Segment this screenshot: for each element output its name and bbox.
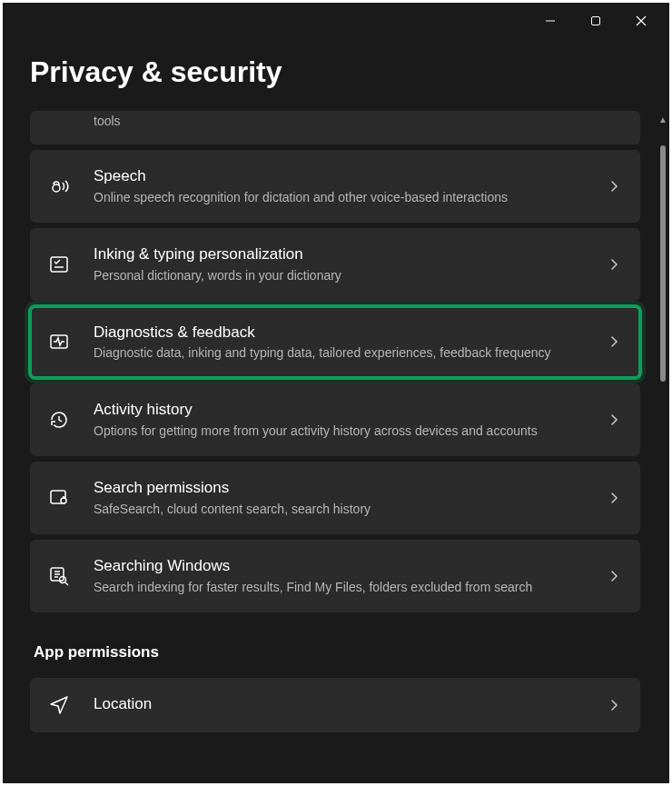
content-wrapper: tools Speech Online speech <box>3 111 669 783</box>
scroll-thumb[interactable] <box>660 145 666 382</box>
settings-item-inking[interactable]: Inking & typing personalization Personal… <box>30 228 640 301</box>
item-subtitle: tools <box>94 113 586 130</box>
item-title: Activity history <box>94 400 586 421</box>
item-text: Inking & typing personalization Personal… <box>94 244 586 284</box>
speech-icon <box>46 175 72 197</box>
diagnostics-icon <box>46 331 72 353</box>
maximize-icon <box>590 15 601 26</box>
item-text: Search permissions SafeSearch, cloud con… <box>94 478 586 518</box>
item-text: Searching Windows Search indexing for fa… <box>94 556 586 596</box>
item-title: Inking & typing personalization <box>94 244 586 265</box>
item-subtitle: SafeSearch, cloud content search, search… <box>94 501 586 518</box>
close-icon <box>636 15 647 26</box>
item-title: Location <box>94 694 586 715</box>
svg-rect-2 <box>51 257 67 272</box>
minimize-icon <box>545 15 556 26</box>
location-icon <box>46 694 72 716</box>
item-title: Search permissions <box>94 478 586 499</box>
scroll-up-icon[interactable]: ▲ <box>658 114 667 127</box>
activity-history-icon <box>46 409 72 431</box>
item-text: Activity history Options for getting mor… <box>94 400 586 440</box>
item-subtitle: Online speech recognition for dictation … <box>94 189 586 206</box>
svg-point-1 <box>53 184 60 192</box>
search-permissions-icon <box>46 487 72 509</box>
settings-item-speech[interactable]: Speech Online speech recognition for dic… <box>30 150 640 223</box>
searching-windows-icon <box>46 565 72 587</box>
chevron-right-icon <box>608 413 620 426</box>
item-title: Speech <box>94 166 586 187</box>
scroll-track[interactable] <box>660 127 666 783</box>
chevron-right-icon <box>608 699 620 711</box>
maximize-button[interactable] <box>575 6 617 35</box>
settings-item-partial[interactable]: tools <box>30 111 640 144</box>
item-text: Speech Online speech recognition for dic… <box>94 166 586 206</box>
settings-item-location[interactable]: Location <box>30 678 640 732</box>
item-subtitle: Search indexing for faster results, Find… <box>94 579 586 596</box>
close-button[interactable] <box>620 6 662 35</box>
item-text: Location <box>94 694 586 715</box>
chevron-right-icon <box>608 335 620 348</box>
page-title: Privacy & security <box>3 39 669 111</box>
item-text: tools <box>94 111 586 130</box>
item-subtitle: Diagnostic data, inking and typing data,… <box>94 344 586 362</box>
svg-point-5 <box>61 498 66 503</box>
item-subtitle: Personal dictionary, words in your dicti… <box>94 267 586 284</box>
minimize-button[interactable] <box>529 6 571 35</box>
section-header-app-permissions: App permissions <box>30 618 640 678</box>
item-title: Diagnostics & feedback <box>94 323 586 343</box>
titlebar <box>3 3 669 39</box>
svg-rect-0 <box>592 17 600 25</box>
item-text: Diagnostics & feedback Diagnostic data, … <box>94 323 586 363</box>
settings-list: tools Speech Online speech <box>3 111 657 783</box>
settings-item-diagnostics[interactable]: Diagnostics & feedback Diagnostic data, … <box>30 306 640 379</box>
scrollbar[interactable]: ▲ <box>657 111 669 783</box>
settings-item-activity-history[interactable]: Activity history Options for getting mor… <box>30 383 640 456</box>
chevron-right-icon <box>608 570 620 582</box>
settings-item-searching-windows[interactable]: Searching Windows Search indexing for fa… <box>30 540 640 612</box>
item-subtitle: Options for getting more from your activ… <box>94 423 586 440</box>
inking-icon <box>46 254 72 275</box>
chevron-right-icon <box>608 180 620 193</box>
settings-item-search-permissions[interactable]: Search permissions SafeSearch, cloud con… <box>30 462 640 534</box>
chevron-right-icon <box>608 258 620 271</box>
item-title: Searching Windows <box>94 556 586 577</box>
chevron-right-icon <box>608 492 620 504</box>
settings-window: Privacy & security tools <box>3 3 669 783</box>
